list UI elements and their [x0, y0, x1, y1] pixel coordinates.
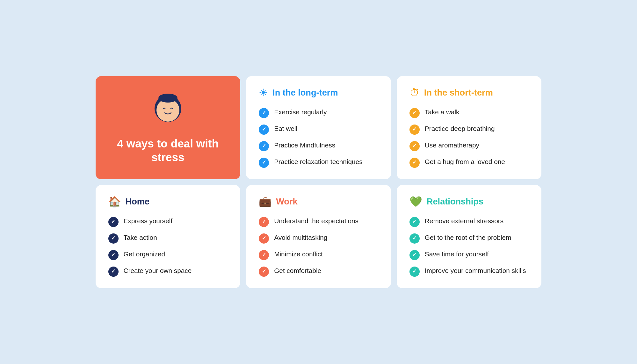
list-item: Understand the expectations: [259, 216, 378, 227]
check-icon: [409, 217, 420, 227]
list-item: Use aromatherapy: [409, 140, 529, 151]
relationships-card: 💚 Relationships Remove external stressor…: [397, 185, 542, 288]
relationships-header: 💚 Relationships: [409, 196, 529, 207]
list-item: Create your own space: [108, 266, 228, 277]
shortterm-header: ⏱ In the short-term: [409, 88, 529, 98]
work-list: Understand the expectationsAvoid multita…: [259, 216, 378, 277]
list-item: Improve your communication skills: [409, 266, 529, 277]
check-icon: [259, 158, 269, 168]
list-item-label: Avoid multitasking: [274, 233, 327, 242]
list-item-label: Get organized: [124, 249, 165, 259]
hero-title: 4 ways to deal with stress: [108, 137, 228, 164]
list-item: Get a hug from a loved one: [409, 157, 529, 168]
list-item: Get organized: [108, 249, 228, 260]
list-item-label: Improve your communication skills: [425, 266, 526, 275]
home-card: 🏠 Home Express yourselfTake actionGet or…: [96, 185, 241, 288]
list-item-label: Take a walk: [425, 107, 460, 117]
check-icon: [409, 250, 420, 260]
list-item-label: Practice Mindfulness: [274, 140, 335, 150]
list-item-label: Express yourself: [124, 216, 173, 225]
list-item-label: Practice deep breathing: [425, 124, 495, 133]
list-item-label: Practice relaxation techniques: [274, 157, 362, 166]
check-icon: [108, 250, 119, 260]
list-item: Minimize conflict: [259, 249, 378, 260]
main-grid: 4 ways to deal with stress ☀ In the long…: [96, 76, 542, 288]
check-icon: [259, 233, 269, 244]
list-item: Avoid multitasking: [259, 233, 378, 244]
list-item-label: Get a hug from a loved one: [425, 157, 505, 166]
home-icon: 🏠: [108, 196, 121, 207]
check-icon: [108, 233, 119, 244]
shortterm-card: ⏱ In the short-term Take a walkPractice …: [397, 76, 542, 179]
list-item: Get comfortable: [259, 266, 378, 277]
list-item: Take a walk: [409, 107, 529, 118]
check-icon: [409, 158, 420, 168]
list-item: Practice Mindfulness: [259, 140, 378, 151]
list-item-label: Get to the root of the problem: [425, 233, 511, 242]
list-item-label: Exercise regularly: [274, 107, 327, 117]
relationships-icon: 💚: [409, 196, 422, 207]
longterm-card: ☀ In the long-term Exercise regularlyEat…: [246, 76, 391, 179]
check-icon: [409, 267, 420, 277]
list-item: Exercise regularly: [259, 107, 378, 118]
list-item: Save time for yourself: [409, 249, 529, 260]
list-item: Take action: [108, 233, 228, 244]
home-list: Express yourselfTake actionGet organized…: [108, 216, 228, 277]
list-item: Eat well: [259, 124, 378, 135]
check-icon: [409, 125, 420, 135]
list-item-label: Take action: [124, 233, 157, 242]
work-icon: 💼: [259, 196, 271, 207]
hero-card: 4 ways to deal with stress: [96, 76, 241, 179]
list-item-label: Remove external stressors: [425, 216, 503, 225]
list-item-label: Use aromatherapy: [425, 140, 479, 150]
list-item-label: Understand the expectations: [274, 216, 358, 225]
check-icon: [259, 141, 269, 151]
check-icon: [409, 141, 420, 151]
hero-avatar-icon: [149, 91, 187, 129]
home-header: 🏠 Home: [108, 196, 228, 207]
shortterm-list: Take a walkPractice deep breathingUse ar…: [409, 107, 529, 168]
list-item-label: Save time for yourself: [425, 249, 489, 259]
check-icon: [259, 108, 269, 118]
home-title: Home: [126, 196, 150, 207]
shortterm-icon: ⏱: [409, 88, 420, 98]
work-card: 💼 Work Understand the expectationsAvoid …: [246, 185, 391, 288]
work-header: 💼 Work: [259, 196, 378, 207]
longterm-header: ☀ In the long-term: [259, 88, 378, 98]
list-item-label: Minimize conflict: [274, 249, 323, 259]
longterm-icon: ☀: [259, 88, 268, 98]
longterm-list: Exercise regularlyEat wellPractice Mindf…: [259, 107, 378, 168]
check-icon: [259, 267, 269, 277]
list-item: Express yourself: [108, 216, 228, 227]
list-item: Practice deep breathing: [409, 124, 529, 135]
work-title: Work: [276, 196, 297, 207]
svg-point-2: [158, 94, 177, 103]
list-item-label: Create your own space: [124, 266, 192, 275]
check-icon: [409, 108, 420, 118]
list-item: Remove external stressors: [409, 216, 529, 227]
check-icon: [259, 125, 269, 135]
relationships-title: Relationships: [427, 196, 483, 207]
check-icon: [259, 250, 269, 260]
check-icon: [259, 217, 269, 227]
longterm-title: In the long-term: [272, 88, 338, 98]
list-item-label: Eat well: [274, 124, 297, 133]
check-icon: [108, 267, 119, 277]
list-item: Practice relaxation techniques: [259, 157, 378, 168]
check-icon: [409, 233, 420, 244]
check-icon: [108, 217, 119, 227]
relationships-list: Remove external stressorsGet to the root…: [409, 216, 529, 277]
shortterm-title: In the short-term: [424, 88, 493, 98]
list-item: Get to the root of the problem: [409, 233, 529, 244]
list-item-label: Get comfortable: [274, 266, 321, 275]
